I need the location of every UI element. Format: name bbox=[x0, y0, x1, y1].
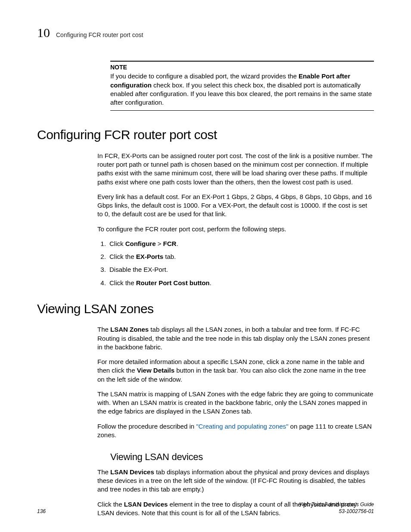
s1-p3: To configure the FCR router port cost, p… bbox=[97, 225, 374, 233]
page: 10 Configuring FCR router port cost NOTE… bbox=[0, 0, 411, 532]
step-4: Click the Router Port Cost button. bbox=[108, 279, 374, 287]
s2p1-pre: The bbox=[97, 326, 110, 333]
step2-b: EX-Ports bbox=[136, 253, 163, 260]
subp1-b: LSAN Devices bbox=[110, 468, 154, 476]
footer-right: Web Tools Administrator's Guide 53-10027… bbox=[299, 501, 374, 515]
doc-number: 53-1002756-01 bbox=[299, 508, 374, 515]
running-title: Configuring FCR router port cost bbox=[56, 31, 143, 39]
step1-mid: > bbox=[156, 240, 163, 247]
section-2-title: Viewing LSAN zones bbox=[37, 300, 374, 318]
note-text-pre: If you decide to configure a disabled po… bbox=[110, 72, 299, 80]
sub-p1: The LSAN Devices tab displays informatio… bbox=[97, 468, 374, 494]
steps-list: Click Configure > FCR. Click the EX-Port… bbox=[97, 240, 374, 287]
step1-post: . bbox=[176, 240, 178, 247]
note-body: If you decide to configure a disabled po… bbox=[110, 72, 374, 107]
step1-b2: FCR bbox=[163, 240, 177, 247]
step2-post: tab. bbox=[163, 253, 176, 260]
s2-p1: The LSAN Zones tab displays all the LSAN… bbox=[97, 325, 374, 352]
note-label: NOTE bbox=[110, 63, 374, 72]
step4-post: . bbox=[210, 279, 212, 286]
step1-pre: Click bbox=[109, 240, 125, 247]
step-1: Click Configure > FCR. bbox=[108, 240, 374, 248]
section-1-body: In FCR, EX-Ports can be assigned router … bbox=[97, 152, 374, 287]
s2p4-pre: Follow the procedure described in bbox=[97, 423, 196, 430]
s1-p2: Every link has a default cost. For an EX… bbox=[97, 193, 374, 219]
step4-b: Router Port Cost button bbox=[136, 279, 210, 286]
s2-p4: Follow the procedure described in "Creat… bbox=[97, 422, 374, 440]
step4-pre: Click the bbox=[109, 279, 136, 286]
book-title: Web Tools Administrator's Guide bbox=[299, 501, 374, 508]
s1-p1: In FCR, EX-Ports can be assigned router … bbox=[97, 152, 374, 187]
section-2-body: The LSAN Zones tab displays all the LSAN… bbox=[97, 325, 374, 439]
chapter-number: 10 bbox=[37, 24, 50, 42]
step2-pre: Click the bbox=[109, 253, 136, 260]
note-block: NOTE If you decide to configure a disabl… bbox=[110, 61, 374, 111]
step1-b1: Configure bbox=[125, 240, 156, 247]
section-1-title: Configuring FCR router port cost bbox=[37, 126, 374, 144]
subsection-title: Viewing LSAN devices bbox=[110, 451, 374, 464]
s2p2-b: View Details bbox=[137, 367, 174, 374]
s2-p2: For more detailed information about a sp… bbox=[97, 358, 374, 384]
step-2: Click the EX-Ports tab. bbox=[108, 252, 374, 261]
s2p1-b: LSAN Zones bbox=[110, 326, 149, 333]
subp1-pre: The bbox=[97, 468, 110, 476]
page-number: 136 bbox=[37, 508, 46, 515]
s2-p3: The LSAN matrix is mapping of LSAN Zones… bbox=[97, 390, 374, 416]
running-header: 10 Configuring FCR router port cost bbox=[37, 24, 374, 42]
step-3: Disable the EX-Port. bbox=[108, 265, 374, 274]
page-footer: 136 Web Tools Administrator's Guide 53-1… bbox=[37, 501, 374, 515]
cross-reference-link[interactable]: "Creating and populating zones" bbox=[196, 423, 288, 430]
